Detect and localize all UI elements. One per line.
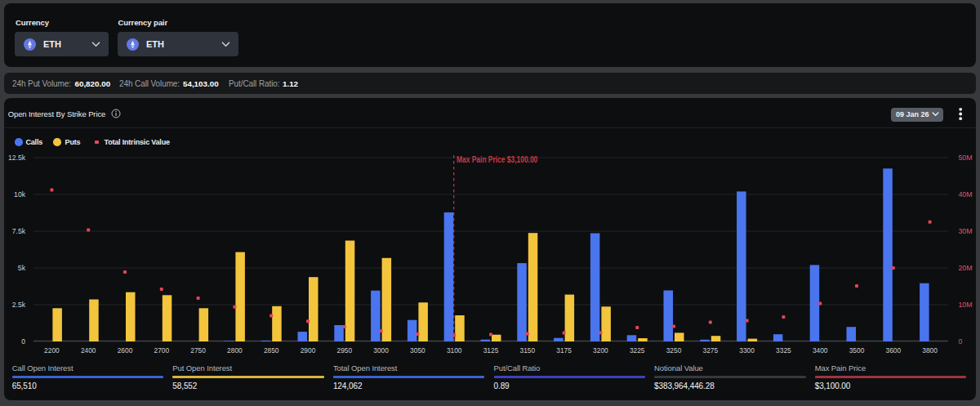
svg-text:3225: 3225 [630,346,645,355]
svg-text:3275: 3275 [703,346,719,355]
svg-text:Max Pain Price $3,100.00: Max Pain Price $3,100.00 [457,155,538,164]
svg-text:50M: 50M [959,153,973,162]
svg-text:3000: 3000 [373,346,389,355]
svg-text:3325: 3325 [776,346,791,355]
svg-text:10k: 10k [14,190,25,199]
svg-text:3500: 3500 [849,346,865,355]
svg-text:20M: 20M [959,263,973,272]
svg-text:3400: 3400 [813,346,828,355]
svg-text:3250: 3250 [666,346,682,355]
svg-text:5k: 5k [18,263,25,272]
svg-text:3600: 3600 [886,346,902,355]
svg-text:3800: 3800 [922,346,938,355]
svg-text:2.5k: 2.5k [12,300,25,309]
svg-text:12.5k: 12.5k [8,153,25,162]
svg-text:7.5k: 7.5k [12,226,25,235]
svg-text:2400: 2400 [81,346,96,355]
svg-text:2800: 2800 [227,346,243,355]
svg-text:2600: 2600 [118,346,133,355]
svg-text:3300: 3300 [739,346,755,355]
svg-text:0: 0 [959,337,963,346]
svg-text:2900: 2900 [301,346,316,355]
svg-text:3150: 3150 [520,346,536,355]
svg-text:3050: 3050 [410,346,425,355]
svg-text:3100: 3100 [447,346,462,355]
svg-text:3125: 3125 [483,346,499,355]
svg-text:2950: 2950 [337,346,353,355]
svg-text:2200: 2200 [44,346,60,355]
svg-text:40M: 40M [959,190,973,199]
svg-text:30M: 30M [959,226,973,235]
svg-text:3200: 3200 [593,346,608,355]
svg-text:2850: 2850 [264,346,279,355]
svg-text:0: 0 [21,337,25,346]
svg-text:3175: 3175 [556,346,572,355]
svg-text:2700: 2700 [154,346,170,355]
svg-text:2750: 2750 [190,346,206,355]
svg-text:10M: 10M [959,300,973,309]
